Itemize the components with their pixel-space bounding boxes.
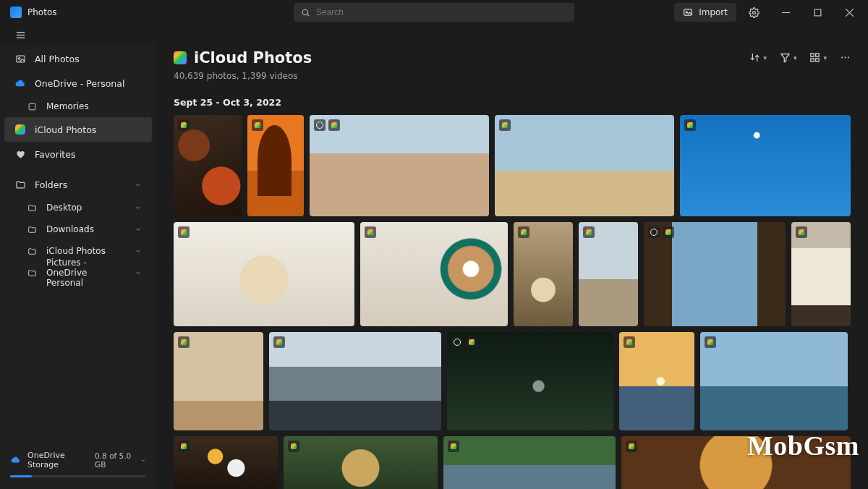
icloud-badge-icon [328, 119, 340, 131]
more-button[interactable] [840, 52, 851, 63]
close-button[interactable] [835, 1, 864, 23]
photo-thumb[interactable] [579, 222, 638, 326]
sidebar-folder-pictures[interactable]: Pictures - OneDrive Personal [4, 262, 152, 284]
sidebar-item-favorites[interactable]: Favorites [4, 142, 152, 166]
svg-marker-15 [781, 54, 789, 62]
cloud-icon [14, 77, 26, 89]
folder-icon [26, 202, 38, 213]
icloud-badge-icon [288, 441, 299, 452]
page-tools: ▾ ▾ ▾ [749, 49, 851, 63]
nav-toggle-button[interactable] [10, 25, 30, 45]
folder-label: Pictures - OneDrive Personal [46, 258, 126, 288]
page-header-left: iCloud Photos 40,639 photos, 1,399 video… [174, 49, 312, 81]
folder-icon [26, 245, 38, 257]
sidebar-item-label: Memories [46, 101, 89, 111]
sidebar-item-label: iCloud Photos [35, 124, 96, 135]
search-input[interactable] [316, 7, 567, 17]
chevron-down-icon [140, 457, 146, 464]
photo-thumb[interactable] [360, 222, 508, 326]
folders-header-label: Folders [35, 179, 67, 190]
folder-label: Desktop [46, 203, 82, 213]
sidebar-folder-desktop[interactable]: Desktop [4, 197, 152, 218]
maximize-button[interactable] [803, 1, 832, 23]
icloud-photos-icon [14, 124, 26, 135]
photo-thumb[interactable] [680, 115, 851, 216]
sidebar-item-all-photos[interactable]: All Photos [4, 46, 152, 71]
icloud-badge-icon [178, 119, 190, 131]
minimize-button[interactable] [771, 1, 800, 23]
photo-thumb[interactable] [514, 222, 573, 326]
app-logo-icon [10, 7, 22, 18]
sidebar-folders-header[interactable]: Folders [4, 172, 152, 197]
icloud-badge-icon [466, 336, 477, 348]
photo-thumb[interactable] [174, 436, 278, 489]
main-content: iCloud Photos 40,639 photos, 1,399 video… [156, 45, 868, 489]
photo-thumb[interactable] [247, 115, 304, 216]
icloud-badge-icon [499, 119, 511, 131]
cloud-icon [10, 454, 22, 466]
sidebar-folder-downloads[interactable]: Downloads [4, 218, 152, 240]
photo-icon [14, 53, 26, 64]
gallery-row [174, 115, 851, 216]
sparkle-icon [26, 101, 38, 112]
photo-thumb[interactable] [174, 332, 263, 430]
sidebar-footer: OneDrive Storage 0.8 of 5.0 GB [0, 443, 156, 489]
import-button[interactable]: Import [674, 3, 736, 22]
page-title-row: iCloud Photos [174, 49, 312, 67]
svg-point-20 [841, 57, 843, 59]
icloud-badge-icon [624, 336, 635, 348]
page-title: iCloud Photos [194, 49, 312, 67]
icloud-badge-icon [273, 336, 285, 348]
grid-icon [809, 52, 820, 63]
layout: All Photos OneDrive - Personal Memories … [0, 45, 868, 489]
photo-thumb[interactable] [791, 222, 851, 326]
icloud-badge-icon [448, 441, 459, 452]
storage-row[interactable]: OneDrive Storage 0.8 of 5.0 GB [10, 451, 146, 469]
photo-thumb[interactable] [619, 332, 694, 430]
titlebar-actions: Import [674, 1, 868, 23]
photo-thumb[interactable] [269, 332, 441, 430]
import-label: Import [699, 7, 728, 17]
photo-thumb[interactable] [310, 115, 489, 216]
svg-rect-6 [814, 9, 821, 16]
icloud-badge-icon [583, 226, 595, 238]
svg-rect-19 [816, 59, 819, 61]
photo-thumb[interactable] [495, 115, 674, 216]
sidebar-item-memories[interactable]: Memories [4, 95, 152, 117]
settings-button[interactable] [739, 1, 768, 23]
page-header: iCloud Photos 40,639 photos, 1,399 video… [174, 45, 851, 81]
sort-button[interactable]: ▾ [749, 52, 767, 63]
icloud-badge-icon [663, 226, 674, 238]
photo-thumb[interactable] [443, 436, 615, 489]
search-icon [301, 8, 310, 17]
search-wrap [294, 3, 574, 22]
chevron-up-icon [134, 181, 142, 189]
icloud-badge-icon [178, 441, 190, 452]
icloud-badge-icon [518, 226, 529, 238]
sort-icon [749, 52, 760, 63]
view-button[interactable]: ▾ [809, 52, 827, 63]
storage-detail-wrap: 0.8 of 5.0 GB [95, 451, 146, 469]
chevron-down-icon [135, 204, 142, 211]
live-badge-icon [314, 119, 326, 131]
photo-thumb[interactable] [700, 332, 848, 430]
filter-icon [780, 52, 791, 63]
chevron-down-icon [135, 226, 142, 233]
storage-bar [10, 475, 146, 477]
chevron-down-icon: ▾ [793, 54, 797, 61]
gallery-row [174, 332, 851, 430]
photo-thumb[interactable] [174, 222, 354, 326]
sidebar-item-label: OneDrive - Personal [35, 78, 124, 89]
photo-thumb[interactable] [644, 222, 786, 326]
photo-thumb[interactable] [174, 115, 242, 216]
photo-thumb[interactable] [284, 436, 438, 489]
icloud-badge-icon [626, 441, 637, 452]
search-field[interactable] [294, 3, 574, 22]
chevron-down-icon: ▾ [763, 54, 767, 61]
svg-point-13 [18, 57, 20, 59]
svg-line-1 [307, 14, 309, 15]
sidebar-item-onedrive[interactable]: OneDrive - Personal [4, 71, 152, 95]
photo-thumb[interactable] [447, 332, 613, 430]
filter-button[interactable]: ▾ [780, 52, 797, 63]
sidebar-item-icloud-photos[interactable]: iCloud Photos [4, 117, 152, 142]
